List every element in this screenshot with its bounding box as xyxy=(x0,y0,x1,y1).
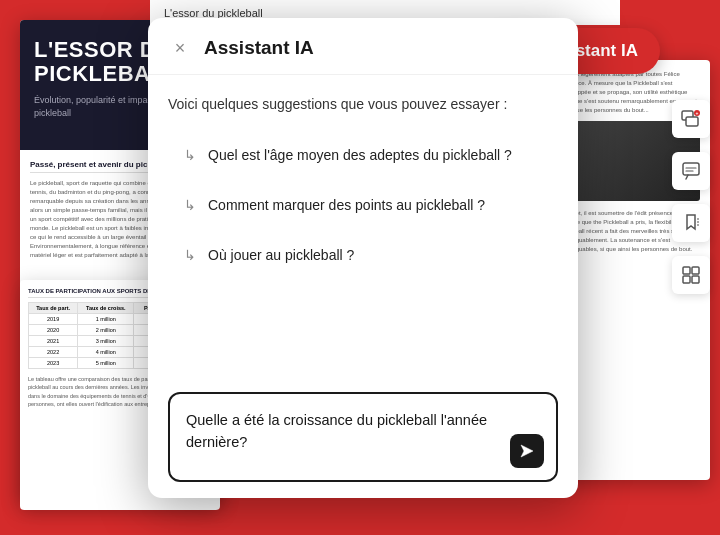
svg-rect-5 xyxy=(686,117,698,126)
tab-label: L'essor du pickleball xyxy=(164,7,263,19)
send-button[interactable] xyxy=(510,434,544,468)
svg-text:+: + xyxy=(696,110,699,116)
svg-rect-16 xyxy=(683,276,690,283)
suggestion-text-3: Où jouer au pickleball ? xyxy=(208,247,354,263)
ai-panel: × Assistant IA Voici quelques suggestion… xyxy=(148,18,578,498)
suggestion-text-2: Comment marquer des points au pickleball… xyxy=(208,197,485,213)
panel-header: × Assistant IA xyxy=(148,18,578,75)
panel-title: Assistant IA xyxy=(204,37,314,59)
sidebar-ai-icon[interactable]: + xyxy=(672,100,710,138)
suggestion-arrow-2: ↳ xyxy=(184,197,196,213)
sidebar-chat-icon[interactable] xyxy=(672,152,710,190)
svg-rect-17 xyxy=(692,276,699,283)
suggestion-arrow-1: ↳ xyxy=(184,147,196,163)
right-sidebar: + xyxy=(672,100,710,294)
suggestion-text-1: Quel est l'âge moyen des adeptes du pick… xyxy=(208,147,512,163)
sidebar-bookmark-icon[interactable] xyxy=(672,204,710,242)
suggestion-item-2[interactable]: ↳ Comment marquer des points au pickleba… xyxy=(168,183,558,227)
close-button[interactable]: × xyxy=(168,36,192,60)
svg-rect-15 xyxy=(692,267,699,274)
suggestion-arrow-3: ↳ xyxy=(184,247,196,263)
svg-rect-14 xyxy=(683,267,690,274)
panel-body: Voici quelques suggestions que vous pouv… xyxy=(148,75,578,384)
svg-rect-8 xyxy=(683,163,699,175)
input-field[interactable]: Quelle a été la croissance du pickleball… xyxy=(186,410,506,454)
sidebar-grid-icon[interactable] xyxy=(672,256,710,294)
input-container: Quelle a été la croissance du pickleball… xyxy=(168,392,558,482)
suggestion-item-1[interactable]: ↳ Quel est l'âge moyen des adeptes du pi… xyxy=(168,133,558,177)
suggestion-item-3[interactable]: ↳ Où jouer au pickleball ? xyxy=(168,233,558,277)
send-icon xyxy=(519,443,535,459)
suggestions-intro: Voici quelques suggestions que vous pouv… xyxy=(168,95,558,115)
